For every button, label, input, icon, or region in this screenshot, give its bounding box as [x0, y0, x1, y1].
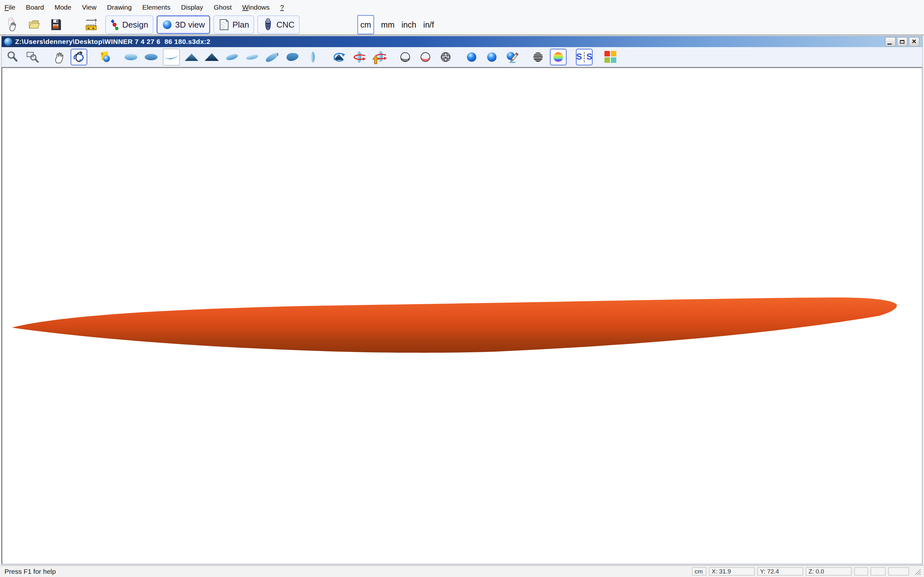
unit-inf[interactable]: in/f — [423, 20, 434, 29]
menu-mode[interactable]: Mode — [55, 3, 77, 11]
wireframe-mesh-icon[interactable] — [437, 49, 454, 65]
status-empty-2 — [871, 567, 885, 575]
status-empty-1 — [855, 567, 868, 575]
menu-display[interactable]: Display — [181, 3, 208, 11]
cnc-label: CNC — [276, 20, 294, 30]
design-icon — [110, 19, 120, 30]
view-outline-icon[interactable] — [304, 49, 321, 65]
3d-view-label: 3D view — [175, 20, 205, 30]
unit-cm[interactable]: cm — [357, 15, 374, 34]
unit-selector: cm mm inch in/f — [357, 15, 434, 34]
menu-file[interactable]: File — [5, 3, 21, 11]
minimize-icon — [887, 44, 892, 45]
status-unit: cm — [692, 567, 706, 575]
document-titlebar[interactable]: Z:\Users\dennery\Desktop\WINNER 7 4 27 6… — [2, 36, 922, 47]
minimize-button[interactable] — [885, 37, 895, 46]
3d-view-button[interactable]: 3D view — [157, 15, 210, 34]
view-bottom-persp-icon[interactable] — [244, 49, 260, 65]
status-x-coord: X: 31.9 — [709, 567, 754, 575]
contour-lines-icon[interactable] — [530, 49, 546, 65]
plan-label: Plan — [232, 20, 249, 30]
symmetry-icon[interactable]: S S — [576, 49, 593, 65]
square-red — [604, 51, 610, 56]
zoom-icon[interactable] — [4, 49, 21, 65]
menu-ghost[interactable]: Ghost — [214, 3, 237, 11]
symmetry-s-left: S — [576, 52, 582, 62]
document-title: Z:\Users\dennery\Desktop\WINNER 7 4 27 6… — [15, 38, 210, 45]
menu-drawing[interactable]: Drawing — [107, 3, 137, 11]
save-floppy-icon[interactable] — [47, 16, 64, 33]
app-sphere-icon — [4, 38, 12, 46]
3d-view-sphere-icon — [162, 19, 172, 30]
rotate-flip-icon[interactable] — [371, 49, 388, 65]
surfboard-render — [2, 68, 922, 564]
square-yellow — [611, 51, 616, 56]
menu-bar: File Board Mode View Drawing Elements Di… — [0, 0, 924, 15]
main-toolbar: Design 3D view Plan — [0, 15, 924, 35]
ruler-dimensions-icon[interactable] — [83, 16, 100, 33]
status-y-coord: Y: 72.4 — [758, 567, 803, 575]
view-three-quarter-deck-icon[interactable] — [264, 49, 281, 65]
rotate-horizontal-icon[interactable] — [330, 49, 347, 65]
curvature-map-icon[interactable] — [550, 49, 567, 65]
unit-mm[interactable]: mm — [381, 20, 395, 29]
status-empty-3 — [888, 567, 909, 575]
design-label: Design — [122, 20, 148, 30]
document-window: Z:\Users\dennery\Desktop\WINNER 7 4 27 6… — [1, 36, 923, 565]
status-bar: Press F1 for help cm X: 31.9 Y: 72.4 Z: … — [0, 566, 924, 577]
wireframe-icon[interactable] — [397, 49, 414, 65]
resize-grip[interactable] — [913, 567, 921, 576]
maximize-icon — [900, 40, 905, 44]
view-toolbar: S S — [2, 47, 922, 67]
view-deck-persp-icon[interactable] — [224, 49, 240, 65]
unit-inch[interactable]: inch — [401, 20, 416, 29]
zoom-window-icon[interactable] — [24, 49, 41, 65]
view-three-quarter-bottom-icon[interactable] — [284, 49, 301, 65]
rotate-3d-icon[interactable] — [71, 49, 87, 65]
menu-windows[interactable]: Windows — [242, 3, 275, 11]
render-smooth-icon[interactable] — [483, 49, 500, 65]
view-deck-icon[interactable] — [123, 49, 139, 65]
render-solid-icon[interactable] — [463, 49, 480, 65]
square-green — [604, 57, 610, 63]
close-button[interactable]: × — [909, 37, 919, 46]
design-button[interactable]: Design — [105, 15, 153, 34]
symmetry-s-right: S — [586, 52, 592, 62]
rotate-vertical-icon[interactable] — [351, 49, 367, 65]
plan-button[interactable]: Plan — [213, 15, 254, 34]
status-z-coord: Z: 0.0 — [806, 567, 851, 575]
3d-canvas[interactable] — [2, 67, 922, 564]
pan-hand-icon[interactable] — [50, 49, 67, 65]
wireframe-red-icon[interactable] — [417, 49, 434, 65]
render-edit-icon[interactable] — [504, 49, 520, 65]
close-icon: × — [912, 37, 916, 45]
board-pointer-icon[interactable] — [4, 16, 21, 33]
square-teal — [611, 57, 616, 63]
view-back-icon[interactable] — [204, 49, 220, 65]
menu-elements[interactable]: Elements — [142, 3, 176, 11]
plan-icon — [218, 18, 229, 31]
view-front-icon[interactable] — [183, 49, 200, 65]
cnc-mill-icon — [262, 18, 273, 31]
view-bottom-icon[interactable] — [143, 49, 160, 65]
open-folder-icon[interactable] — [26, 16, 42, 33]
status-help-text: Press F1 for help — [5, 568, 56, 575]
menu-view[interactable]: View — [82, 3, 102, 11]
light-icon[interactable] — [97, 49, 113, 65]
view-side-icon[interactable] — [163, 49, 180, 65]
surfboard-side-profile[interactable] — [12, 298, 897, 353]
menu-help[interactable]: ? — [280, 3, 289, 11]
symmetry-axis — [584, 52, 585, 62]
cnc-button[interactable]: CNC — [257, 15, 299, 34]
color-squares-icon[interactable] — [602, 49, 619, 65]
menu-board[interactable]: Board — [26, 3, 49, 11]
maximize-button[interactable] — [897, 37, 907, 46]
